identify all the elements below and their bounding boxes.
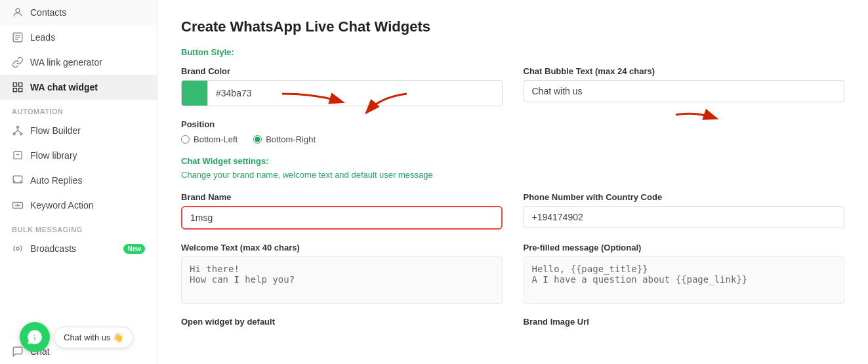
chat-bubble-input[interactable] <box>524 80 845 102</box>
open-widget-label: Open widget by default <box>181 317 503 327</box>
settings-link-block: Chat Widget settings: Change your brand … <box>181 156 844 180</box>
brand-color-input[interactable] <box>208 83 502 104</box>
svg-point-0 <box>16 9 20 12</box>
svg-rect-6 <box>19 83 22 86</box>
settings-link[interactable]: Chat Widget settings: <box>181 156 844 166</box>
svg-point-11 <box>20 133 22 135</box>
chat-bubble-group: Chat Bubble Text (max 24 chars) <box>524 66 845 106</box>
prefilled-group: Pre-filled message (Optional) Hello, {{p… <box>524 243 845 304</box>
new-badge: New <box>123 244 145 254</box>
sidebar-item-label: Flow library <box>30 150 77 161</box>
broadcast-icon <box>12 243 24 254</box>
svg-point-10 <box>13 133 15 135</box>
sidebar-item-label: WA link generator <box>30 57 102 68</box>
person-icon <box>12 7 24 18</box>
brand-color-group: Brand Color <box>181 66 503 106</box>
sidebar: Contacts Leads WA link generator WA chat… <box>0 0 157 364</box>
welcome-text-input[interactable]: Hi there! How can I help you? <box>181 256 503 304</box>
prefilled-input[interactable]: Hello, {{page_title}} A I have a questio… <box>524 256 845 304</box>
sidebar-item-label: Leads <box>30 32 55 43</box>
brand-color-row: Brand Color Chat Bubble Text (max 24 cha… <box>181 66 844 106</box>
main-content: Create WhatsApp Live Chat Widgets Button… <box>157 0 868 364</box>
chat-bubble-label: Chat Bubble Text (max 24 chars) <box>524 66 845 76</box>
welcome-prefilled-row: Welcome Text (max 40 chars) Hi there! Ho… <box>181 243 844 304</box>
sidebar-item-label: Keyword Action <box>30 200 94 211</box>
sidebar-item-flow-library[interactable]: Flow library <box>0 143 157 168</box>
radio-group: Bottom-Left Bottom-Right <box>181 134 844 144</box>
sidebar-item-auto-replies[interactable]: Auto Replies <box>0 168 157 193</box>
sidebar-item-broadcasts[interactable]: Broadcasts New <box>0 236 157 261</box>
chat-bubble-text: Chat with us 👋 <box>54 327 133 348</box>
radio-bottom-left-label: Bottom-Left <box>194 134 238 144</box>
svg-point-21 <box>16 247 20 251</box>
brand-image-group: Brand Image Url <box>524 317 845 327</box>
phone-label: Phone Number with Country Code <box>524 192 845 202</box>
svg-line-14 <box>18 131 21 133</box>
chat-bubble-icon[interactable] <box>20 322 50 352</box>
leads-icon <box>12 31 24 43</box>
brand-name-input[interactable] <box>182 207 501 228</box>
phone-group: Phone Number with Country Code <box>524 192 845 230</box>
brand-color-label: Brand Color <box>181 66 503 76</box>
svg-rect-5 <box>13 83 16 86</box>
brand-phone-row: Brand Name Phone Number with Country Cod… <box>181 192 844 230</box>
flow-icon <box>12 125 24 136</box>
bulk-section-label: BULK MESSAGING <box>0 218 157 236</box>
open-widget-group: Open widget by default <box>181 317 503 327</box>
brand-image-label: Brand Image Url <box>524 317 845 327</box>
position-row: Position Bottom-Left Bottom-Right <box>181 119 844 144</box>
sidebar-item-label: WA chat widget <box>30 82 98 92</box>
sidebar-item-flow-builder[interactable]: Flow Builder <box>0 118 157 143</box>
grid-icon <box>12 81 24 93</box>
sidebar-item-label: Flow Builder <box>30 125 81 136</box>
settings-desc: Change your brand name, welcome text and… <box>181 170 433 180</box>
position-label: Position <box>181 119 844 129</box>
chat-widget-preview[interactable]: Chat with us 👋 <box>20 322 133 352</box>
sidebar-item-wa-link[interactable]: WA link generator <box>0 50 157 75</box>
svg-rect-7 <box>13 89 16 92</box>
reply-icon <box>12 174 24 186</box>
position-bottom-left[interactable]: Bottom-Left <box>181 134 238 144</box>
sidebar-item-keyword-action[interactable]: Keyword Action <box>0 193 157 218</box>
button-style-label: Button Style: <box>181 47 844 57</box>
sidebar-item-leads[interactable]: Leads <box>0 25 157 50</box>
welcome-text-label: Welcome Text (max 40 chars) <box>181 243 503 253</box>
brand-name-wrapper <box>181 206 503 230</box>
color-swatch[interactable] <box>182 81 208 106</box>
whatsapp-icon <box>26 329 43 346</box>
automation-section-label: AUTOMATION <box>0 100 157 118</box>
svg-rect-8 <box>19 89 22 92</box>
sidebar-item-wa-chat-widget[interactable]: WA chat widget <box>0 75 157 100</box>
radio-bottom-right-label: Bottom-Right <box>266 134 316 144</box>
radio-bottom-left[interactable] <box>181 135 190 144</box>
position-bottom-right[interactable]: Bottom-Right <box>253 134 316 144</box>
sidebar-item-contacts[interactable]: Contacts <box>0 0 157 25</box>
svg-line-13 <box>14 131 18 133</box>
color-input-wrapper <box>181 80 503 106</box>
open-widget-brand-image-row: Open widget by default Brand Image Url <box>181 317 844 327</box>
sidebar-item-label: Auto Replies <box>30 175 82 186</box>
brand-name-group: Brand Name <box>181 192 503 230</box>
sidebar-item-label: Broadcasts <box>30 243 76 254</box>
keyword-icon <box>12 199 24 211</box>
svg-point-9 <box>17 126 19 128</box>
prefilled-label: Pre-filled message (Optional) <box>524 243 845 253</box>
radio-bottom-right[interactable] <box>253 135 262 144</box>
page-title: Create WhatsApp Live Chat Widgets <box>181 18 844 35</box>
brand-name-label: Brand Name <box>181 192 503 202</box>
welcome-text-group: Welcome Text (max 40 chars) Hi there! Ho… <box>181 243 503 304</box>
phone-input[interactable] <box>524 206 845 228</box>
link-icon <box>12 56 24 68</box>
sidebar-item-label: Contacts <box>30 7 66 18</box>
library-icon <box>12 150 24 161</box>
